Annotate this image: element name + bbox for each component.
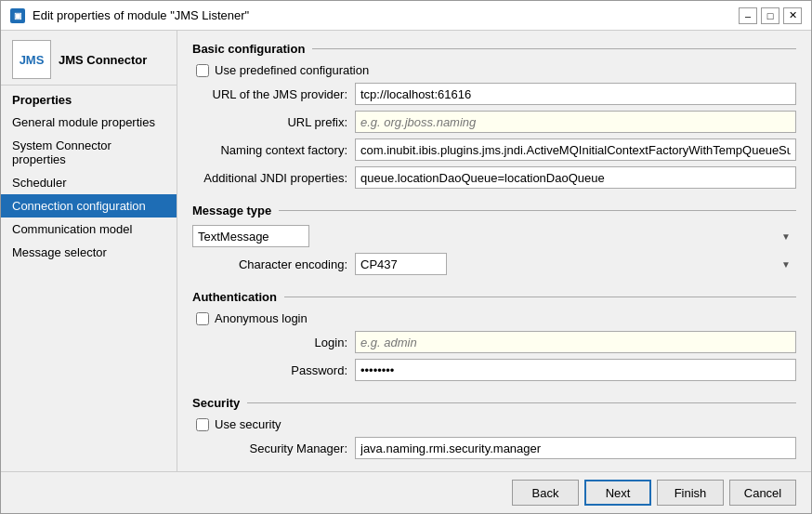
anonymous-login-label: Anonymous login (215, 311, 308, 325)
url-jms-input[interactable] (355, 83, 796, 105)
login-input[interactable] (355, 331, 796, 353)
title-bar-left: ▣ Edit properties of module "JMS Listene… (10, 8, 249, 23)
char-encoding-label: Character encoding: (192, 257, 355, 271)
message-type-section: Message type TextMessage BytesMessage Ob… (192, 204, 796, 281)
password-input[interactable] (355, 359, 796, 381)
main-dialog: ▣ Edit properties of module "JMS Listene… (0, 0, 812, 514)
url-prefix-label: URL prefix: (192, 115, 355, 129)
use-predefined-label: Use predefined configuration (215, 63, 369, 77)
password-label: Password: (192, 363, 355, 377)
sidebar-section-title: Properties (1, 86, 177, 111)
char-encoding-select[interactable]: CP437 UTF-8 UTF-16 ISO-8859-1 (355, 253, 447, 275)
security-manager-row: Security Manager: (192, 437, 796, 459)
login-row: Login: (192, 331, 796, 353)
close-button[interactable]: ✕ (783, 7, 802, 24)
additional-jndi-row: Additional JNDI properties: (192, 166, 796, 189)
login-label: Login: (192, 336, 355, 349)
basic-config-title: Basic configuration (192, 42, 796, 56)
basic-config-section: Basic configuration Use predefined confi… (192, 42, 796, 194)
dialog-title: Edit properties of module "JMS Listener" (33, 8, 249, 22)
sidebar-item-communication-model[interactable]: Communication model (1, 217, 177, 241)
use-security-label: Use security (215, 417, 282, 431)
next-button[interactable]: Next (584, 480, 651, 506)
sidebar-item-system-connector[interactable]: System Connector properties (1, 134, 177, 171)
message-type-title: Message type (192, 204, 796, 217)
message-type-select-wrapper: TextMessage BytesMessage ObjectMessage M… (192, 225, 796, 247)
message-type-row: TextMessage BytesMessage ObjectMessage M… (192, 225, 796, 247)
additional-jndi-label: Additional JNDI properties: (192, 171, 355, 185)
char-encoding-row: Character encoding: CP437 UTF-8 UTF-16 I… (192, 253, 796, 275)
url-jms-row: URL of the JMS provider: (192, 83, 796, 105)
security-manager-input[interactable] (355, 437, 796, 459)
right-panel: Basic configuration Use predefined confi… (177, 31, 811, 471)
connector-icon: JMS (12, 40, 51, 79)
sidebar-item-connection-config[interactable]: Connection configuration (1, 194, 177, 217)
use-security-row: Use security (192, 417, 796, 431)
jms-icon-label: JMS (20, 53, 45, 67)
button-bar: Back Next Finish Cancel (1, 471, 811, 513)
url-jms-label: URL of the JMS provider: (192, 87, 355, 101)
title-controls: – □ ✕ (739, 7, 802, 24)
authentication-section: Authentication Anonymous login Login: Pa… (192, 290, 796, 387)
dialog-icon: ▣ (10, 8, 25, 23)
security-manager-label: Security Manager: (192, 442, 355, 455)
sidebar: JMS JMS Connector Properties General mod… (1, 31, 177, 471)
anonymous-login-checkbox[interactable] (196, 312, 209, 325)
authentication-title: Authentication (192, 290, 796, 304)
sidebar-item-scheduler[interactable]: Scheduler (1, 171, 177, 194)
naming-context-label: Naming context factory: (192, 143, 355, 157)
use-predefined-checkbox[interactable] (196, 64, 209, 77)
minimize-button[interactable]: – (739, 7, 757, 24)
additional-jndi-input[interactable] (355, 166, 796, 189)
connector-label: JMS Connector (59, 53, 147, 67)
naming-context-row: Naming context factory: (192, 138, 796, 161)
use-predefined-row: Use predefined configuration (192, 63, 796, 77)
sidebar-item-message-selector[interactable]: Message selector (1, 241, 177, 264)
sidebar-header: JMS JMS Connector (1, 31, 177, 86)
anonymous-login-row: Anonymous login (192, 311, 796, 325)
main-content: JMS JMS Connector Properties General mod… (1, 31, 811, 471)
security-section: Security Use security Security Manager: (192, 396, 796, 465)
char-encoding-select-wrapper: CP437 UTF-8 UTF-16 ISO-8859-1 (355, 253, 796, 275)
password-row: Password: (192, 359, 796, 381)
message-type-select[interactable]: TextMessage BytesMessage ObjectMessage M… (192, 225, 309, 247)
title-bar: ▣ Edit properties of module "JMS Listene… (1, 1, 811, 31)
url-prefix-input[interactable] (355, 111, 796, 133)
finish-button[interactable]: Finish (657, 480, 724, 506)
back-button[interactable]: Back (512, 480, 579, 506)
sidebar-item-general[interactable]: General module properties (1, 111, 177, 134)
security-title: Security (192, 396, 796, 410)
maximize-button[interactable]: □ (761, 7, 779, 24)
use-security-checkbox[interactable] (196, 418, 209, 431)
naming-context-input[interactable] (355, 138, 796, 161)
url-prefix-row: URL prefix: (192, 111, 796, 133)
cancel-button[interactable]: Cancel (729, 480, 796, 506)
